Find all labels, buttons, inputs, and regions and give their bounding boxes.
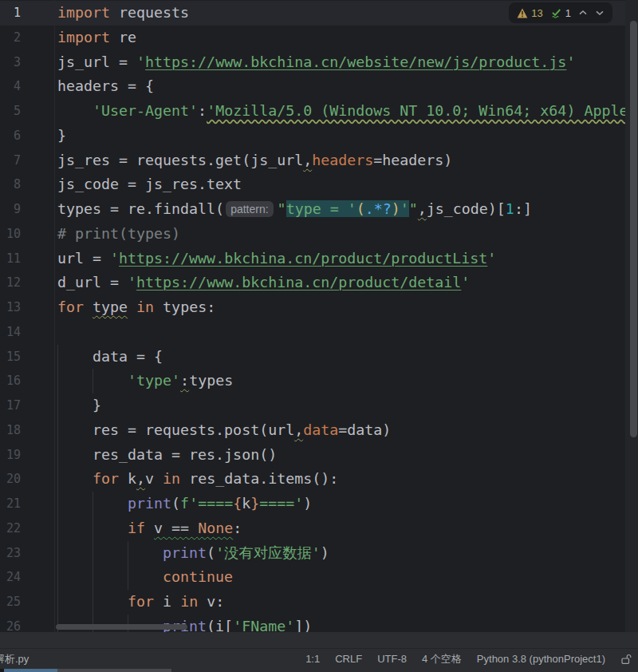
gutter-gap (21, 222, 57, 247)
code-token: data = { (57, 348, 163, 365)
line-number[interactable]: 24 (0, 565, 21, 590)
code-line[interactable]: 11url = 'https://www.bkchina.cn/product/… (0, 247, 625, 271)
code-line[interactable]: 6} (0, 124, 625, 148)
code-text: js_url = 'https://www.bkchina.cn/website… (57, 50, 575, 75)
warnings-indicator[interactable]: 13 (517, 7, 542, 19)
line-number[interactable]: 22 (0, 516, 21, 541)
gutter-gap (21, 197, 57, 222)
code-token: k (119, 470, 136, 487)
code-token: :] (514, 200, 532, 217)
line-number[interactable]: 9 (0, 197, 21, 222)
editor-bottom-strip (0, 632, 638, 649)
mini-bar-gray-segment[interactable] (57, 669, 171, 672)
code-text: js_code = js_res.text (57, 172, 242, 197)
code-line[interactable]: 15 data = { (0, 345, 625, 370)
line-number[interactable]: 5 (0, 99, 21, 124)
code-token: in (136, 298, 154, 315)
code-text: if v == None: (57, 516, 242, 541)
code-token: requests (110, 4, 189, 21)
gutter-gap (21, 369, 57, 393)
code-token (128, 298, 136, 315)
line-number[interactable]: 17 (0, 393, 21, 418)
line-number[interactable]: 11 (0, 247, 21, 271)
code-line[interactable]: 19 res_data = res.json() (0, 443, 625, 468)
line-number[interactable]: 1 (0, 1, 21, 26)
code-line[interactable]: 5 'User-Agent':'Mozilla/5.0 (Windows NT … (0, 99, 625, 124)
code-line[interactable]: 12d_url = 'https://www.bkchina.cn/produc… (0, 271, 625, 295)
code-line[interactable]: 20 for k,v in res_data.items(): (0, 467, 625, 492)
code-token: js_res = requests.get(js_url (57, 152, 303, 168)
code-line[interactable]: 18 res = requests.post(url,data=data) (0, 418, 625, 443)
code-line[interactable]: 3js_url = 'https://www.bkchina.cn/websit… (0, 50, 625, 75)
line-number[interactable]: 13 (0, 295, 21, 320)
line-number[interactable]: 10 (0, 222, 21, 247)
code-line[interactable]: 2import re (0, 26, 625, 50)
code-line[interactable]: 14 (0, 320, 625, 345)
editor[interactable]: 1import requests2import re3js_url = 'htt… (0, 0, 638, 632)
code-line[interactable]: 23 print('没有对应数据') (0, 541, 625, 566)
code-line[interactable]: 25 for i in v: (0, 590, 625, 615)
code-text: import requests (57, 1, 189, 26)
line-number[interactable]: 25 (0, 590, 21, 615)
code-token: ' (110, 250, 119, 267)
code-line[interactable]: 13for type in types: (0, 295, 625, 320)
indent-setting[interactable]: 4 个空格 (422, 652, 462, 666)
code-line[interactable]: 22 if v == None: (0, 516, 625, 541)
code-token: '没有对应数据' (215, 544, 321, 561)
line-number[interactable]: 7 (0, 148, 21, 173)
unlocked-padlock-icon[interactable] (620, 654, 632, 665)
line-number[interactable]: 3 (0, 50, 21, 75)
line-number[interactable]: 15 (0, 345, 21, 370)
typo-check-icon (550, 7, 562, 18)
next-problem-button[interactable] (595, 10, 605, 16)
caret-position[interactable]: 1:1 (305, 653, 320, 665)
line-number[interactable]: 26 (0, 615, 21, 632)
line-number[interactable]: 8 (0, 172, 21, 197)
line-number[interactable]: 16 (0, 369, 21, 393)
line-number[interactable]: 12 (0, 271, 21, 295)
code-token: continue (163, 568, 233, 585)
mini-bar-blue-segment[interactable] (4, 669, 57, 672)
code-line[interactable]: 7js_res = requests.get(js_url,headers=he… (0, 148, 625, 173)
line-number[interactable]: 14 (0, 320, 21, 345)
code-line[interactable]: 24 continue (0, 565, 625, 590)
gutter-gap (21, 393, 57, 418)
previous-problem-button[interactable] (578, 10, 588, 16)
line-number[interactable]: 18 (0, 418, 21, 443)
code-token: : (198, 102, 207, 119)
gutter-gap (21, 615, 57, 632)
gutter-gap (21, 172, 57, 197)
line-number[interactable]: 20 (0, 467, 21, 492)
code-line[interactable]: 4headers = { (0, 74, 625, 99)
code-token: for (93, 470, 119, 487)
vertical-scrollbar-track[interactable] (625, 0, 638, 632)
code-line[interactable]: 16 'type':types (0, 369, 625, 393)
line-number[interactable]: 21 (0, 492, 21, 516)
code-line[interactable]: 8js_code = js_res.text (0, 172, 625, 197)
code-line[interactable]: 17 } (0, 393, 625, 418)
code-text: print('没有对应数据') (57, 541, 329, 566)
code-line[interactable]: 21 print(f'===={k}====') (0, 492, 625, 516)
code-token: ) (392, 200, 400, 217)
line-number[interactable]: 6 (0, 124, 21, 148)
vertical-scrollbar-thumb[interactable] (630, 21, 637, 437)
code-token: ) (321, 544, 329, 561)
python-interpreter[interactable]: Python 3.8 (pythonProject1) (477, 653, 605, 665)
horizontal-scrollbar-thumb[interactable] (56, 624, 187, 630)
line-number[interactable]: 2 (0, 26, 21, 50)
gutter-gap (21, 99, 57, 124)
line-separator[interactable]: CRLF (335, 653, 362, 665)
typos-indicator[interactable]: 1 (550, 7, 571, 19)
code-token: res_data.items(): (180, 470, 338, 487)
code-token (57, 495, 128, 512)
line-number[interactable]: 19 (0, 443, 21, 468)
code-line[interactable]: 9types = re.findall(pattern:"type = '(.*… (0, 197, 625, 222)
code-line[interactable]: 10# print(types) (0, 222, 625, 247)
inspections-widget[interactable]: 13 1 (509, 2, 612, 23)
line-number[interactable]: 23 (0, 541, 21, 566)
file-encoding[interactable]: UTF-8 (377, 653, 407, 665)
line-number[interactable]: 4 (0, 74, 21, 99)
code-token: print (128, 495, 171, 512)
code-area[interactable]: 1import requests2import re3js_url = 'htt… (0, 1, 625, 632)
code-token: 'Mozilla/5.0 (Windows NT 10.0; Win64; x6… (207, 102, 638, 119)
